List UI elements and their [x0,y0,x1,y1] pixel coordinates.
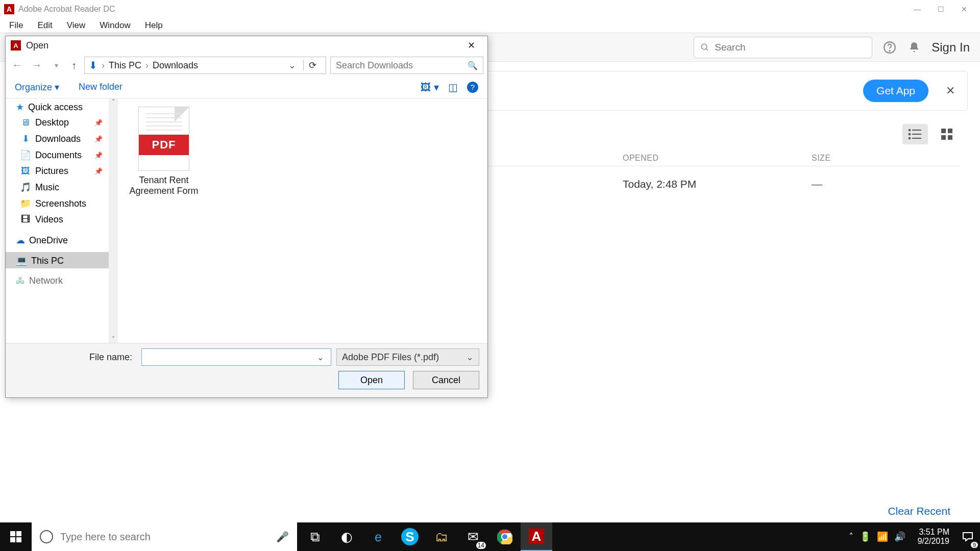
svg-rect-11 [948,129,952,133]
taskbar-clock[interactable]: 3:51 PM 9/2/2019 [912,528,955,546]
address-dropdown-icon[interactable]: ⌄ [284,60,300,71]
battery-icon[interactable]: 🔋 [860,531,871,542]
breadcrumb-downloads[interactable]: Downloads [153,60,198,71]
view-mode-dropdown[interactable]: 🖼 ▾ [421,81,439,93]
dialog-help-icon[interactable]: ? [467,82,478,93]
search-icon[interactable]: 🔍 [468,61,478,70]
file-name-input[interactable] [146,352,314,362]
address-bar[interactable]: ⬇ › This PC › Downloads ⌄ ⟳ [84,57,326,74]
menu-window[interactable]: Window [92,18,137,33]
tree-item-downloads[interactable]: ⬇Downloads📌 [6,131,118,147]
file-type-dropdown[interactable]: Adobe PDF Files (*.pdf) ⌄ [336,348,479,366]
dialog-body: ★Quick access 🖥Desktop📌 ⬇Downloads📌 📄Doc… [6,98,487,343]
app-search-input[interactable] [715,42,866,53]
nav-recent-dropdown[interactable]: ▾ [48,61,64,69]
refresh-button[interactable]: ⟳ [303,60,322,71]
menu-help[interactable]: Help [138,18,170,33]
svg-line-1 [706,48,708,51]
col-opened[interactable]: OPENED [623,154,812,163]
taskbar-app-mail[interactable]: ✉14 [457,522,489,551]
file-name-combobox[interactable]: ⌄ [141,348,331,366]
pdf-thumbnail: PDF [138,107,189,171]
open-button[interactable]: Open [338,371,405,389]
notification-badge: 9 [971,542,978,548]
tree-item-videos[interactable]: 🎞Videos [6,212,118,228]
row-opened: Today, 2:48 PM [623,178,812,190]
file-name-label: File name: [14,352,136,363]
start-button[interactable] [0,522,32,551]
new-folder-button[interactable]: New folder [79,82,122,92]
scroll-up-icon[interactable]: ˄ [112,98,115,106]
cancel-button[interactable]: Cancel [413,371,479,389]
svg-rect-10 [941,129,946,133]
promo-close-icon[interactable]: ✕ [946,84,955,97]
maximize-button[interactable]: ☐ [929,2,952,17]
tree-item-documents[interactable]: 📄Documents📌 [6,147,118,163]
taskbar-app-nvidia[interactable]: ◐ [331,522,362,551]
col-size[interactable]: SIZE [812,154,873,163]
tree-quick-access-items: 🖥Desktop📌 ⬇Downloads📌 📄Documents📌 🖼Pictu… [6,115,118,228]
open-file-dialog: A Open ✕ ← → ▾ ↑ ⬇ › This PC › Downloads… [5,36,488,398]
dialog-toolbar: Organize ▾ New folder 🖼 ▾ ◫ ? [6,76,487,98]
tree-item-pictures[interactable]: 🖼Pictures📌 [6,163,118,179]
minimize-button[interactable]: — [905,2,929,17]
file-item[interactable]: PDF Tenant Rent Agreement Form [128,107,200,196]
chevron-down-icon[interactable]: ⌄ [314,353,327,362]
taskbar-app-skype[interactable]: S [401,528,419,545]
taskbar-app-explorer[interactable]: 🗂 [426,522,457,551]
tray-overflow-icon[interactable]: ˄ [849,531,853,542]
system-tray[interactable]: ˄ 🔋 📶 🔊 [843,531,912,542]
get-app-button[interactable]: Get App [863,80,928,102]
clock-time: 3:51 PM [918,528,949,537]
tree-this-pc[interactable]: 💻This PC [6,252,118,268]
chevron-down-icon: ⌄ [466,352,474,363]
tree-item-screenshots[interactable]: 📁Screenshots [6,195,118,212]
chevron-right-icon: › [101,60,106,71]
mic-icon[interactable]: 🎤 [276,531,289,543]
organize-menu[interactable]: Organize ▾ [15,82,59,93]
grid-view-button[interactable] [934,124,960,144]
volume-icon[interactable]: 🔊 [894,531,905,542]
notifications-bell-icon[interactable] [907,40,921,55]
clear-recent-link[interactable]: Clear Recent [888,505,950,517]
wifi-icon[interactable]: 📶 [877,531,888,542]
taskbar-app-chrome[interactable] [489,522,521,551]
tree-onedrive[interactable]: ☁OneDrive [6,232,118,248]
tree-network[interactable]: 🖧Network [6,272,118,288]
action-center-button[interactable]: 9 [955,522,980,551]
downloads-folder-icon: ⬇ [89,59,97,71]
preview-pane-button[interactable]: ◫ [448,81,458,93]
taskbar-search-input[interactable] [60,531,276,543]
taskbar-app-acrobat[interactable]: A [521,522,552,551]
menu-edit[interactable]: Edit [30,18,59,33]
tree-scrollbar[interactable]: ˄˅ [109,98,118,343]
dialog-search-input[interactable] [336,60,468,71]
taskbar-app-edge[interactable]: ｅ [362,522,394,551]
tree-item-desktop[interactable]: 🖥Desktop📌 [6,115,118,131]
list-view-button[interactable] [902,124,928,144]
pictures-icon: 🖼 [20,166,31,177]
tree-item-music[interactable]: 🎵Music [6,179,118,195]
scroll-down-icon[interactable]: ˅ [112,336,115,343]
svg-rect-9 [912,138,921,139]
nav-forward-button[interactable]: → [29,59,44,72]
tree-quick-access[interactable]: ★Quick access [6,98,118,115]
chevron-right-icon: › [144,60,150,71]
menu-view[interactable]: View [60,18,93,33]
app-search-wrap[interactable] [694,37,872,58]
clock-date: 9/2/2019 [918,537,949,546]
file-list[interactable]: PDF Tenant Rent Agreement Form [118,98,487,343]
breadcrumb-this-pc[interactable]: This PC [109,60,141,71]
svg-rect-14 [10,531,15,536]
nav-back-button[interactable]: ← [10,59,25,72]
dialog-close-button[interactable]: ✕ [460,38,482,53]
help-icon[interactable] [883,40,897,55]
sign-in-link[interactable]: Sign In [932,40,970,55]
dialog-search[interactable]: 🔍 [330,57,483,74]
menu-file[interactable]: File [2,18,30,33]
nav-up-button[interactable]: ↑ [68,60,80,71]
window-close-button[interactable]: ✕ [952,2,976,17]
task-view-button[interactable]: ⧉ [299,522,331,551]
svg-rect-17 [16,537,21,542]
taskbar-search[interactable]: 🎤 [32,522,297,551]
